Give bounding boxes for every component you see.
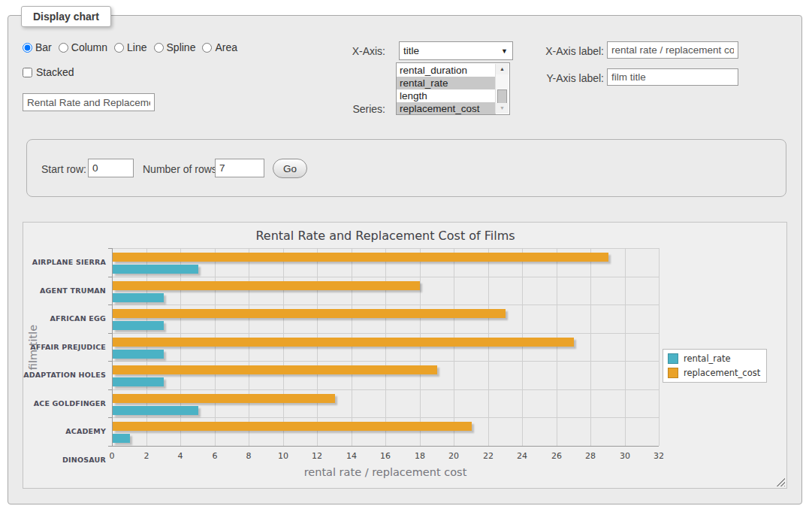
x-axis-select-wrap: title: [399, 41, 513, 60]
gridline-h: [112, 248, 659, 249]
category-label: AIRPLANE SIERRA: [23, 248, 106, 277]
y-axis-tick: [108, 389, 112, 390]
x-tick-label: 12: [302, 451, 332, 461]
gridline-v: [283, 248, 284, 446]
bar-rental-rate: [113, 406, 198, 415]
x-tick-label: 20: [439, 451, 469, 461]
bar-replacement-cost: [113, 365, 437, 374]
go-button[interactable]: Go: [273, 159, 307, 178]
scroll-down-icon[interactable]: ▼: [496, 103, 509, 114]
row-controls-panel: [26, 139, 786, 197]
x-axis-line: [112, 446, 659, 447]
bar-replacement-cost: [113, 253, 608, 262]
gridline-h: [112, 417, 659, 418]
legend-label-rental-rate: rental_rate: [684, 353, 731, 364]
series-option-replacement-cost[interactable]: replacement_cost: [397, 102, 496, 115]
stacked-checkbox[interactable]: [23, 68, 32, 77]
y-axis-tick: [108, 333, 112, 334]
y-axis-label-label: Y-Axis label:: [526, 72, 604, 84]
x-tick-label: 22: [473, 451, 503, 461]
x-tick-label: 26: [542, 451, 572, 461]
bar-replacement-cost: [113, 281, 420, 290]
gridline-v: [420, 248, 421, 446]
gridline-v: [659, 248, 660, 446]
bar-rental-rate: [113, 377, 164, 386]
bar-rental-rate: [113, 434, 130, 443]
x-tick-label: 2: [131, 451, 161, 461]
chart-type-radio-column[interactable]: [59, 43, 68, 53]
y-axis-tick: [108, 248, 112, 249]
legend-swatch-rental-rate: [668, 353, 678, 364]
x-axis-select-label: X-Axis:: [323, 45, 385, 57]
chart-title-input[interactable]: [23, 93, 155, 111]
series-option-rental-duration[interactable]: rental_duration: [397, 64, 496, 77]
bar-rental-rate: [113, 265, 198, 274]
y-axis-tick: [108, 417, 112, 418]
series-scrollbar[interactable]: ▲ ▼: [495, 64, 509, 114]
series-options: rental_durationrental_ratelengthreplacem…: [397, 63, 509, 115]
bar-rental-rate: [113, 350, 164, 359]
gridline-v: [454, 248, 454, 446]
chart-type-radio-line[interactable]: [114, 43, 124, 53]
gridline-v: [488, 248, 489, 446]
legend-item-replacement-cost: replacement_cost: [668, 368, 760, 378]
chart-type-label: Bar: [35, 41, 52, 53]
gridline-v: [557, 248, 557, 446]
num-rows-label: Number of rows:: [143, 163, 220, 175]
y-axis-tick: [108, 446, 112, 447]
chart-type-radio-group: BarColumnLineSplineArea: [23, 41, 244, 54]
x-tick-label: 4: [165, 451, 195, 461]
legend-label-replacement-cost: replacement_cost: [684, 368, 760, 378]
gridline-v: [590, 248, 591, 446]
stacked-label: Stacked: [36, 66, 74, 78]
chart-type-radio-area[interactable]: [202, 43, 212, 53]
series-option-rental-rate[interactable]: rental_rate: [397, 77, 496, 89]
x-tick-label: 18: [405, 451, 435, 461]
start-row-input[interactable]: [88, 159, 134, 177]
bar-rental-rate: [113, 321, 164, 330]
bar-replacement-cost: [113, 394, 335, 403]
y-axis-tick: [108, 361, 112, 362]
gridline-v: [625, 248, 626, 446]
x-axis-label-input[interactable]: [607, 41, 738, 59]
gridline-v: [146, 248, 147, 446]
scroll-up-icon[interactable]: ▲: [496, 64, 509, 74]
bar-replacement-cost: [113, 422, 472, 431]
chart-type-option-bar[interactable]: Bar: [23, 41, 52, 53]
gridline-h: [112, 333, 659, 334]
x-tick-label: 10: [268, 451, 298, 461]
num-rows-input[interactable]: [215, 159, 264, 177]
bar-replacement-cost: [113, 338, 574, 347]
gridline-v: [180, 248, 181, 446]
chart-type-option-area[interactable]: Area: [202, 41, 237, 53]
chart-type-label: Column: [71, 41, 107, 53]
gridline-v: [317, 248, 318, 446]
x-axis-select[interactable]: title: [399, 41, 513, 60]
chart-type-option-spline[interactable]: Spline: [154, 41, 196, 53]
chart-type-option-line[interactable]: Line: [114, 41, 146, 53]
resize-handle-icon[interactable]: [776, 477, 785, 486]
x-tick-label: 14: [337, 451, 367, 461]
chart-type-label: Line: [127, 41, 146, 53]
chart-type-label: Spline: [167, 41, 196, 53]
chart-type-radio-bar[interactable]: [23, 43, 32, 53]
x-axis-title: rental rate / replacement cost: [112, 466, 659, 478]
chart-container: Rental Rate and Replacement Cost of Film…: [23, 222, 787, 489]
y-axis-tick: [108, 304, 112, 305]
series-option-length[interactable]: length: [397, 89, 496, 102]
page: Display chart BarColumnLineSplineArea St…: [0, 0, 812, 512]
series-listbox: rental_durationrental_ratelengthreplacem…: [396, 62, 510, 115]
y-axis-title: film title: [27, 295, 39, 400]
legend-item-rental-rate: rental_rate: [668, 353, 760, 364]
x-tick-label: 0: [97, 451, 127, 461]
legend-swatch-replacement-cost: [668, 368, 678, 378]
gridline-h: [112, 361, 659, 362]
chart-title: Rental Rate and Replacement Cost of Film…: [112, 229, 659, 243]
chart-type-option-column[interactable]: Column: [59, 41, 107, 53]
chart-type-radio-spline[interactable]: [154, 43, 164, 53]
gridline-h: [112, 277, 659, 277]
y-axis-label-input[interactable]: [607, 68, 738, 86]
gridline-v: [352, 248, 352, 446]
stacked-checkbox-row[interactable]: Stacked: [23, 65, 74, 79]
gridline-v: [522, 248, 523, 446]
